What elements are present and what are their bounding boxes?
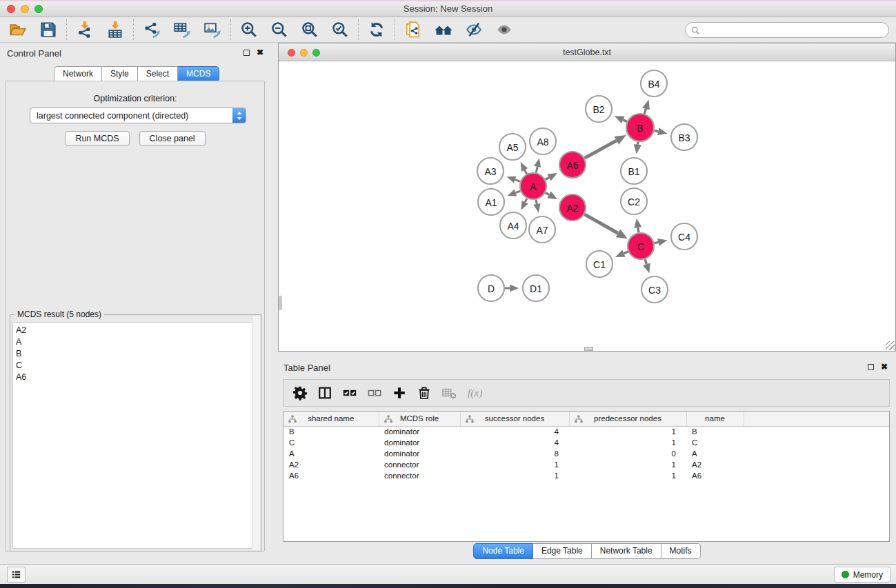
table-row[interactable]: Adominator80A bbox=[283, 448, 889, 459]
graph-node-B1[interactable]: B1 bbox=[621, 158, 647, 184]
split-columns-icon[interactable] bbox=[317, 384, 332, 402]
graph-edge-B-B3[interactable] bbox=[655, 128, 668, 135]
column-header-successor-nodes[interactable]: successor nodes bbox=[460, 412, 569, 426]
deselect-all-checkboxes-icon[interactable] bbox=[367, 384, 382, 402]
tab-network[interactable]: Network bbox=[54, 66, 102, 82]
zoom-out-icon[interactable] bbox=[268, 19, 291, 40]
mcds-result-item[interactable]: A6 bbox=[16, 372, 258, 383]
window-resize-grip[interactable] bbox=[886, 341, 895, 350]
tab-select[interactable]: Select bbox=[138, 66, 178, 82]
graph-edge-A-A1[interactable] bbox=[507, 190, 520, 196]
graph-edge-A-A4[interactable] bbox=[521, 199, 528, 210]
network-canvas[interactable]: AA1A2A3A4A5A6A7A8BB1B2B3B4CC1C2C3C4DD1 bbox=[279, 61, 895, 351]
zoom-fit-icon[interactable] bbox=[298, 19, 321, 40]
tab-node-table[interactable]: Node Table bbox=[473, 543, 533, 559]
save-icon[interactable] bbox=[37, 19, 60, 40]
graph-node-B3[interactable]: B3 bbox=[671, 124, 697, 150]
eye-icon[interactable] bbox=[492, 19, 516, 40]
column-header-shared-name[interactable]: shared name bbox=[283, 412, 379, 426]
graph-node-A2[interactable]: A2 bbox=[559, 194, 586, 221]
two-houses-icon[interactable] bbox=[432, 19, 455, 40]
float-table-panel-icon[interactable] bbox=[868, 364, 874, 370]
graph-edge-A-A8[interactable] bbox=[534, 158, 541, 172]
import-table-icon[interactable] bbox=[103, 19, 127, 40]
tab-style[interactable]: Style bbox=[102, 66, 138, 82]
export-table-icon[interactable] bbox=[170, 19, 194, 40]
table-row[interactable]: A6connector11A6 bbox=[283, 470, 889, 481]
graph-edge-A-A5[interactable] bbox=[521, 162, 528, 174]
graph-node-C4[interactable]: C4 bbox=[671, 223, 697, 250]
run-mcds-button[interactable]: Run MCDS bbox=[65, 131, 129, 146]
tab-network-table[interactable]: Network Table bbox=[592, 543, 661, 559]
optimization-criterion-dropdown[interactable]: largest connected component (directed) bbox=[30, 108, 246, 123]
tab-motifs[interactable]: Motifs bbox=[661, 543, 701, 559]
graph-node-D[interactable]: D bbox=[478, 275, 504, 301]
search-box[interactable] bbox=[685, 22, 889, 38]
network-horizontal-scroll-thumb[interactable] bbox=[584, 347, 593, 351]
close-table-panel-icon[interactable]: ✖ bbox=[881, 363, 888, 370]
graph-edge-A6-B[interactable] bbox=[585, 135, 626, 158]
gear-icon[interactable] bbox=[292, 384, 308, 402]
open-folder-icon[interactable] bbox=[6, 19, 30, 40]
import-network-icon[interactable] bbox=[73, 19, 97, 40]
graph-edge-B-B1[interactable] bbox=[634, 142, 641, 154]
graph-edge-A-A6[interactable] bbox=[546, 173, 557, 181]
column-header-MCDS-role[interactable]: MCDS role bbox=[379, 412, 460, 426]
zoom-check-icon[interactable] bbox=[328, 19, 352, 40]
graph-edge-A2-C[interactable] bbox=[584, 214, 627, 239]
add-plus-icon[interactable] bbox=[392, 384, 407, 402]
graph-edge-C-C3[interactable] bbox=[643, 259, 650, 273]
graph-edge-D-D1[interactable] bbox=[505, 285, 519, 292]
graph-node-C1[interactable]: C1 bbox=[586, 251, 613, 277]
graph-node-C[interactable]: C bbox=[628, 233, 654, 259]
graph-node-A[interactable]: A bbox=[520, 173, 546, 199]
mcds-result-item[interactable]: B bbox=[16, 348, 258, 360]
graph-node-A5[interactable]: A5 bbox=[499, 134, 526, 160]
graph-edge-B-B4[interactable] bbox=[642, 100, 650, 114]
graph-node-B2[interactable]: B2 bbox=[586, 96, 612, 122]
mcds-result-item[interactable]: A2 bbox=[16, 325, 258, 336]
zoom-in-icon[interactable] bbox=[237, 19, 261, 40]
graph-node-B4[interactable]: B4 bbox=[641, 70, 667, 97]
select-all-checkboxes-icon[interactable] bbox=[342, 384, 357, 402]
memory-button[interactable]: Memory bbox=[834, 567, 890, 582]
graph-node-D1[interactable]: D1 bbox=[523, 275, 549, 301]
graph-edge-C-C2[interactable] bbox=[634, 219, 641, 233]
graph-node-B[interactable]: B bbox=[626, 114, 654, 141]
refresh-icon[interactable] bbox=[365, 19, 388, 40]
graph-node-A6[interactable]: A6 bbox=[559, 152, 586, 178]
graph-edge-C-C4[interactable] bbox=[655, 239, 668, 246]
float-panel-icon[interactable] bbox=[243, 50, 250, 56]
graph-node-A4[interactable]: A4 bbox=[500, 212, 526, 239]
table-row[interactable]: Bdominator41B bbox=[283, 426, 889, 437]
table-row[interactable]: Cdominator41C bbox=[283, 437, 889, 448]
table-row[interactable]: A2connector11A2 bbox=[283, 459, 889, 470]
export-network-icon[interactable] bbox=[140, 19, 163, 40]
graph-edge-A-A7[interactable] bbox=[533, 200, 540, 213]
graph-edge-B-B2[interactable] bbox=[615, 116, 627, 123]
export-image-icon[interactable] bbox=[201, 19, 224, 40]
task-history-button[interactable] bbox=[7, 567, 26, 582]
graph-node-A7[interactable]: A7 bbox=[529, 216, 555, 243]
column-header-predecessor-nodes[interactable]: predecessor nodes bbox=[569, 412, 686, 426]
result-list-scrollbar[interactable] bbox=[252, 316, 260, 550]
eye-slash-icon[interactable] bbox=[462, 19, 486, 40]
mcds-result-item[interactable]: A bbox=[16, 336, 258, 348]
tab-mcds[interactable]: MCDS bbox=[178, 66, 219, 82]
trash-icon[interactable] bbox=[417, 384, 432, 402]
graph-node-A1[interactable]: A1 bbox=[478, 189, 504, 215]
mcds-result-list[interactable]: A2ABCA6 bbox=[12, 322, 259, 549]
graph-edge-C-C1[interactable] bbox=[615, 250, 628, 257]
column-header-name[interactable]: name bbox=[686, 412, 744, 426]
network-document-icon[interactable] bbox=[401, 19, 425, 40]
graph-edge-A-A2[interactable] bbox=[546, 192, 557, 199]
mcds-result-item[interactable]: C bbox=[16, 360, 258, 372]
graph-node-A8[interactable]: A8 bbox=[530, 128, 556, 154]
tab-edge-table[interactable]: Edge Table bbox=[533, 543, 592, 559]
close-panel-button[interactable]: Close panel bbox=[139, 131, 206, 146]
close-panel-icon[interactable]: ✖ bbox=[257, 49, 263, 56]
graph-edge-A-A3[interactable] bbox=[507, 176, 521, 183]
graph-node-C3[interactable]: C3 bbox=[641, 276, 668, 303]
network-vertical-scroll-thumb[interactable] bbox=[279, 296, 282, 310]
search-input[interactable] bbox=[700, 24, 888, 37]
